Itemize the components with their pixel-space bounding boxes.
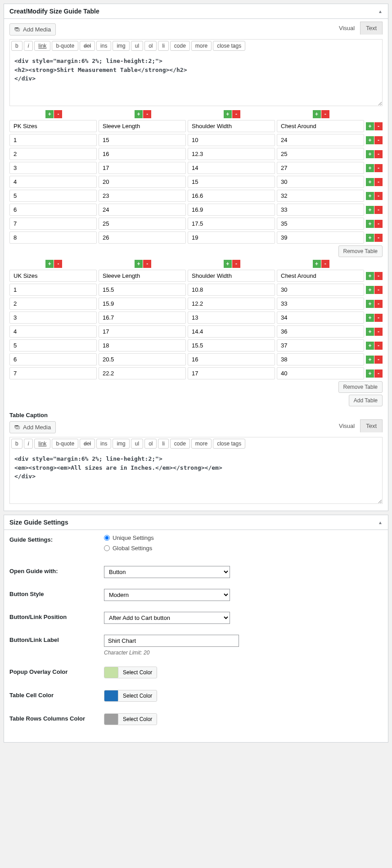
button-style-select[interactable]: Modern xyxy=(104,589,230,601)
cell-input[interactable] xyxy=(188,312,275,324)
cell-input[interactable] xyxy=(9,298,97,310)
toolbar-ol[interactable]: ol xyxy=(144,41,157,51)
cell-input[interactable] xyxy=(277,284,364,296)
cell-input[interactable] xyxy=(99,218,186,230)
toolbar-ins[interactable]: ins xyxy=(96,439,111,449)
col-add[interactable]: + xyxy=(45,110,54,118)
cell-input[interactable] xyxy=(188,162,275,174)
toolbar-i[interactable]: i xyxy=(24,439,33,449)
row-add[interactable]: + xyxy=(366,136,374,144)
toolbar-ins[interactable]: ins xyxy=(96,41,111,51)
toolbar-b-quote[interactable]: b-quote xyxy=(52,41,78,51)
cell-input[interactable] xyxy=(99,190,186,202)
toolbar-li[interactable]: li xyxy=(158,41,168,51)
row-add[interactable]: + xyxy=(366,192,374,200)
tab-text[interactable]: Text xyxy=(360,22,383,35)
cell-input[interactable] xyxy=(9,204,97,216)
cell-input[interactable] xyxy=(277,176,364,188)
cell-input[interactable] xyxy=(188,367,275,379)
row-add[interactable]: + xyxy=(366,314,374,322)
cell-input[interactable] xyxy=(9,367,97,379)
open-with-select[interactable]: Button xyxy=(104,566,230,578)
cell-input[interactable] xyxy=(99,284,186,296)
cell-input[interactable] xyxy=(277,204,364,216)
col-add[interactable]: + xyxy=(224,260,232,268)
cell-input[interactable] xyxy=(9,176,97,188)
col-add[interactable]: + xyxy=(313,110,321,118)
col-add[interactable]: + xyxy=(224,110,232,118)
cell-input[interactable] xyxy=(99,325,186,338)
cell-input[interactable] xyxy=(277,339,364,352)
cell-input[interactable] xyxy=(277,231,364,244)
cell-input[interactable] xyxy=(9,312,97,324)
cell-input[interactable] xyxy=(9,339,97,352)
cell-input[interactable] xyxy=(277,353,364,365)
row-add[interactable]: + xyxy=(366,369,374,378)
toolbar-link[interactable]: link xyxy=(34,439,50,449)
cell-input[interactable] xyxy=(9,148,97,160)
toolbar-del[interactable]: del xyxy=(80,41,95,51)
row-remove[interactable]: - xyxy=(374,136,383,144)
col-remove[interactable]: - xyxy=(54,260,62,268)
cell-input[interactable] xyxy=(277,298,364,310)
col-remove[interactable]: - xyxy=(54,110,62,118)
radio-unique[interactable]: Unique Settings xyxy=(104,534,383,541)
button-label-input[interactable] xyxy=(104,635,239,647)
add-media-button[interactable]: Add Media xyxy=(9,23,56,36)
cell-input[interactable] xyxy=(99,162,186,174)
add-media-button-2[interactable]: Add Media xyxy=(9,421,56,433)
row-add[interactable]: + xyxy=(366,234,374,242)
toolbar-b-quote[interactable]: b-quote xyxy=(52,439,78,449)
row-add[interactable]: + xyxy=(366,272,374,280)
button-position-select[interactable]: After Add to Cart button xyxy=(104,612,230,624)
toolbar-more[interactable]: more xyxy=(191,41,212,51)
toolbar-img[interactable]: img xyxy=(113,439,129,449)
cell-input[interactable] xyxy=(99,312,186,324)
cell-input[interactable] xyxy=(99,353,186,365)
cell-input[interactable] xyxy=(188,339,275,352)
row-remove[interactable]: - xyxy=(374,122,383,130)
cell-input[interactable] xyxy=(188,176,275,188)
cell-input[interactable] xyxy=(99,339,186,352)
row-remove[interactable]: - xyxy=(374,220,383,228)
cell-input[interactable] xyxy=(277,162,364,174)
tab-text-2[interactable]: Text xyxy=(360,419,383,432)
remove-table-button[interactable]: Remove Table xyxy=(338,381,383,393)
toolbar-b[interactable]: b xyxy=(11,41,23,51)
remove-table-button[interactable]: Remove Table xyxy=(338,245,383,257)
code-editor-2[interactable] xyxy=(9,450,383,504)
row-add[interactable]: + xyxy=(366,164,374,172)
cell-input[interactable] xyxy=(9,218,97,230)
row-remove[interactable]: - xyxy=(374,206,383,214)
toolbar-b[interactable]: b xyxy=(11,439,23,449)
col-header[interactable] xyxy=(9,270,97,282)
add-table-button[interactable]: Add Table xyxy=(349,395,383,406)
cell-input[interactable] xyxy=(99,231,186,244)
row-add[interactable]: + xyxy=(366,178,374,186)
row-remove[interactable]: - xyxy=(374,369,383,378)
row-add[interactable]: + xyxy=(366,342,374,350)
row-add[interactable]: + xyxy=(366,122,374,130)
collapse-icon[interactable]: ▲ xyxy=(378,9,383,14)
col-remove[interactable]: - xyxy=(232,110,240,118)
toolbar-del[interactable]: del xyxy=(80,439,95,449)
tab-visual[interactable]: Visual xyxy=(333,22,360,35)
toolbar-li[interactable]: li xyxy=(158,439,168,449)
cell-input[interactable] xyxy=(9,231,97,244)
rows-color-button[interactable]: Select Color xyxy=(118,714,157,724)
collapse-icon[interactable]: ▲ xyxy=(378,520,383,525)
row-add[interactable]: + xyxy=(366,328,374,336)
overlay-color-button[interactable]: Select Color xyxy=(118,668,157,677)
col-remove[interactable]: - xyxy=(321,260,329,268)
cell-input[interactable] xyxy=(188,298,275,310)
row-add[interactable]: + xyxy=(366,206,374,214)
toolbar-code[interactable]: code xyxy=(170,41,190,51)
cell-input[interactable] xyxy=(99,148,186,160)
cell-input[interactable] xyxy=(277,312,364,324)
col-remove[interactable]: - xyxy=(232,260,240,268)
cell-input[interactable] xyxy=(277,367,364,379)
row-remove[interactable]: - xyxy=(374,272,383,280)
row-remove[interactable]: - xyxy=(374,286,383,294)
cell-input[interactable] xyxy=(188,190,275,202)
toolbar-ol[interactable]: ol xyxy=(144,439,157,449)
